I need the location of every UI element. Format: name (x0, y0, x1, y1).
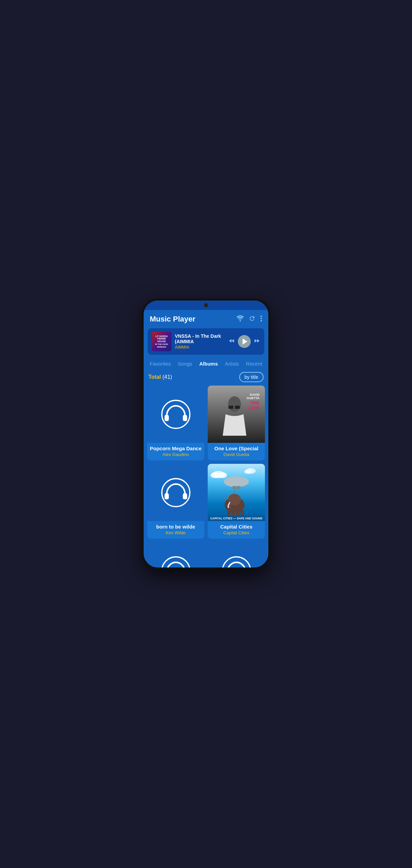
album-cover-5 (147, 542, 204, 567)
album-cover-3 (147, 464, 204, 521)
refresh-icon[interactable] (249, 315, 255, 324)
svg-point-0 (261, 315, 262, 317)
svg-text:LOVE: LOVE (248, 406, 260, 410)
tab-songs[interactable]: Songs (176, 359, 194, 368)
svg-point-2 (261, 320, 262, 321)
more-icon[interactable] (260, 315, 262, 324)
now-playing-bar[interactable]: LP GIORGIFEMMEHOUSEIN THE DARK REMIXES V… (148, 328, 264, 355)
fast-forward-button[interactable] (253, 337, 260, 346)
tab-favorites[interactable]: Favorites (148, 359, 173, 368)
album-title-3: born to be wilde (147, 521, 204, 530)
album-artist-3: Kim Wilde (147, 530, 204, 535)
album-artist-4: Capital Cities (208, 530, 265, 535)
tabs-bar: Favorites Songs Albums Artists Recent (144, 358, 268, 371)
svg-rect-17 (183, 493, 187, 499)
svg-point-1 (261, 317, 262, 319)
svg-point-20 (210, 472, 219, 478)
camera (204, 303, 208, 308)
play-button[interactable] (238, 335, 251, 348)
album-card-5[interactable] (147, 542, 204, 567)
album-artist-1: Alex Gaudino (147, 452, 204, 457)
track-info: VNSSA - In The Dark (AIMMIA AIMMIA (175, 333, 225, 350)
svg-text:DAVID: DAVID (250, 393, 260, 396)
album-card-kim-wilde[interactable]: born to be wilde Kim Wilde (147, 464, 204, 539)
tab-albums[interactable]: Albums (197, 359, 220, 368)
track-artist: AIMMIA (175, 345, 225, 350)
now-playing-art: LP GIORGIFEMMEHOUSEIN THE DARK REMIXES (152, 332, 171, 351)
svg-rect-4 (164, 415, 169, 421)
phone-frame: Music Player (142, 298, 270, 570)
tab-recent[interactable]: Recent (244, 359, 264, 368)
album-title-1: Popcorn Mega Dance (147, 443, 204, 452)
header-icons (236, 315, 262, 324)
album-card-popcorn[interactable]: Popcorn Mega Dance Alex Gaudino (147, 386, 204, 460)
album-card-capital-cities[interactable]: CAPITAL CITIES — SAFE AND SOUND Capital … (208, 464, 265, 539)
svg-text:CAPITAL CITIES — SAFE AND SOUN: CAPITAL CITIES — SAFE AND SOUND (210, 517, 262, 520)
albums-grid: Popcorn Mega Dance Alex Gaudino (144, 386, 268, 567)
album-artist-2: David Guetta (208, 452, 265, 457)
track-title: VNSSA - In The Dark (AIMMIA (175, 333, 225, 344)
svg-point-21 (219, 472, 227, 478)
albums-header: Total (41) by title (144, 371, 268, 386)
svg-point-23 (244, 470, 251, 474)
album-cover-4: CAPITAL CITIES — SAFE AND SOUND (208, 464, 265, 521)
album-card-david-guetta[interactable]: DAVID GUETTA ONE LOVE One Love (Special … (208, 386, 265, 460)
svg-point-24 (224, 476, 249, 487)
app-title: Music Player (150, 315, 195, 324)
player-controls (228, 335, 260, 348)
album-cover-1 (147, 386, 204, 443)
rewind-button[interactable] (228, 337, 235, 346)
album-cover-6 (208, 542, 265, 567)
header: Music Player (144, 310, 268, 327)
album-cover-2: DAVID GUETTA ONE LOVE (208, 386, 265, 443)
svg-text:ONE: ONE (250, 400, 260, 405)
wifi-icon[interactable] (236, 315, 244, 323)
svg-point-7 (228, 396, 241, 412)
total-count: (41) (162, 374, 172, 380)
svg-rect-16 (164, 493, 169, 499)
total-label: Total (41) (148, 374, 172, 380)
play-icon (243, 338, 247, 345)
album-card-6[interactable] (208, 542, 265, 567)
svg-rect-9 (235, 406, 240, 409)
album-title-2: One Love (Special (208, 443, 265, 452)
notch-bar (144, 301, 268, 310)
album-title-4: Capital Cities (208, 521, 265, 530)
tab-artists[interactable]: Artists (223, 359, 241, 368)
phone-content: Music Player (144, 310, 268, 567)
svg-rect-8 (228, 406, 233, 409)
svg-text:GUETTA: GUETTA (247, 396, 260, 400)
svg-rect-5 (183, 415, 187, 421)
sort-button[interactable]: by title (239, 372, 264, 382)
